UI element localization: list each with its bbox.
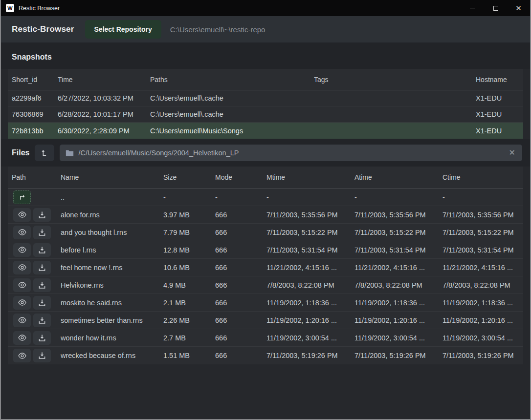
files-title: Files [12, 148, 29, 157]
eye-icon [18, 316, 27, 324]
close-icon: ✕ [515, 4, 522, 12]
app-header: Restic-Browser Select Repository C:\User… [1, 16, 530, 42]
title-bar: W Restic Browser ✕ [1, 0, 530, 16]
file-ctime: 11/21/2002, 4:15:16 ... [442, 264, 523, 272]
app-title: Restic-Browser [12, 24, 74, 34]
file-mtime: 7/11/2003, 5:35:56 PM [266, 211, 354, 219]
download-file-button[interactable] [33, 314, 51, 327]
file-row: alone for.rns 3.97 MB 666 7/11/2003, 5:3… [8, 206, 523, 224]
file-atime: 7/11/2003, 5:15:22 PM [354, 229, 442, 236]
preview-file-button[interactable] [13, 261, 31, 274]
download-file-button[interactable] [33, 349, 51, 362]
file-atime: 7/11/2003, 5:31:54 PM [354, 246, 442, 254]
column-header-tags: Tags [314, 76, 476, 84]
column-header-hostname: Hostname [476, 76, 523, 84]
file-size: - [163, 193, 215, 201]
file-size: 4.9 MB [163, 281, 215, 289]
column-header-paths: Paths [150, 76, 314, 84]
file-row: feel home now !.rns 10.6 MB 666 11/21/20… [8, 259, 523, 276]
eye-icon [18, 281, 27, 289]
file-mode: 666 [215, 316, 266, 324]
file-name: wrecked because of.rns [61, 352, 163, 359]
window-controls: ✕ [461, 0, 530, 16]
file-name: .. [61, 193, 163, 201]
file-ctime: 11/19/2002, 3:00:54 ... [442, 334, 523, 342]
preview-file-button[interactable] [13, 243, 31, 257]
download-icon [38, 352, 46, 359]
download-file-button[interactable] [33, 243, 51, 257]
file-row: before l.rns 12.8 MB 666 7/11/2003, 5:31… [8, 241, 523, 259]
preview-file-button[interactable] [13, 278, 31, 292]
file-row: Helvikone.rns 4.9 MB 666 7/8/2003, 8:22:… [8, 276, 523, 294]
preview-file-button[interactable] [13, 314, 31, 327]
snapshot-row[interactable]: 76306869 6/28/2022, 10:01:17 PM C:\Users… [8, 106, 523, 123]
column-header-name: Name [61, 173, 163, 181]
file-mode: 666 [215, 281, 266, 289]
file-mode: 666 [215, 229, 266, 236]
file-size: 2.1 MB [163, 299, 215, 307]
download-icon [38, 334, 46, 342]
preview-file-button[interactable] [13, 331, 31, 345]
current-path-input[interactable]: /C/Users/emuell/Music/Songs/2004_Helveti… [60, 145, 522, 161]
column-header-short-id: Short_id [12, 76, 58, 84]
download-icon [38, 264, 46, 272]
snapshot-short-id: a2299af6 [12, 94, 58, 102]
file-mode: 666 [215, 211, 266, 219]
file-name: sometimes better than.rns [61, 316, 163, 324]
download-file-button[interactable] [33, 278, 51, 292]
close-button[interactable]: ✕ [507, 0, 530, 16]
eye-icon [18, 229, 27, 236]
snapshot-time: 6/30/2022, 2:28:09 PM [58, 127, 150, 135]
download-file-button[interactable] [33, 226, 51, 239]
go-to-parent-button[interactable] [35, 145, 54, 161]
preview-file-button[interactable] [13, 226, 31, 239]
file-ctime: 11/19/2002, 1:18:36 ... [442, 299, 523, 307]
download-icon [38, 281, 46, 289]
file-size: 12.8 MB [163, 246, 215, 254]
minimize-button[interactable] [461, 0, 484, 16]
snapshots-table-header: Short_id Time Paths Tags Hostname [8, 69, 523, 90]
file-name: Helvikone.rns [61, 281, 163, 289]
download-icon [38, 299, 46, 307]
preview-file-button[interactable] [13, 349, 31, 362]
download-file-button[interactable] [33, 331, 51, 345]
file-ctime: 7/11/2003, 5:19:26 PM [442, 352, 523, 359]
download-icon [38, 211, 46, 219]
column-header-size: Size [163, 173, 215, 181]
file-mode: - [215, 193, 266, 201]
column-header-mode: Mode [215, 173, 266, 181]
snapshot-paths: C:\Users\emuell\.cache [150, 110, 314, 118]
file-mtime: 11/19/2002, 3:00:54 ... [266, 334, 354, 342]
column-header-ctime: Ctime [442, 173, 523, 181]
snapshot-row[interactable]: 72b813bb 6/30/2022, 2:28:09 PM C:\Users\… [8, 123, 523, 139]
file-name: and you thought l.rns [61, 229, 163, 236]
parent-directory-row[interactable]: .. - - - - - [8, 189, 523, 206]
select-repository-button[interactable]: Select Repository [85, 20, 161, 39]
snapshot-time: 6/28/2022, 10:01:17 PM [58, 110, 150, 118]
column-header-atime: Atime [354, 173, 442, 181]
current-path-value: /C/Users/emuell/Music/Songs/2004_Helveti… [78, 149, 502, 157]
file-atime: 7/11/2003, 5:19:26 PM [354, 352, 442, 359]
file-mode: 666 [215, 264, 266, 272]
clear-path-button[interactable]: ✕ [507, 149, 517, 157]
file-row: moskito he said.rns 2.1 MB 666 11/19/200… [8, 294, 523, 312]
maximize-icon [493, 6, 498, 11]
download-file-button[interactable] [33, 296, 51, 310]
snapshot-row[interactable]: a2299af6 6/27/2022, 10:03:32 PM C:\Users… [8, 90, 523, 106]
folder-icon [66, 149, 74, 156]
snapshot-short-id: 76306869 [12, 110, 58, 118]
preview-file-button[interactable] [13, 296, 31, 310]
file-size: 1.51 MB [163, 352, 215, 359]
file-atime: 11/19/2002, 3:00:54 ... [354, 334, 442, 342]
eye-icon [18, 246, 27, 253]
file-row: and you thought l.rns 7.79 MB 666 7/11/2… [8, 224, 523, 241]
file-row: sometimes better than.rns 2.26 MB 666 11… [8, 312, 523, 329]
snapshot-hostname: X1-EDU [476, 110, 523, 118]
maximize-button[interactable] [484, 0, 507, 16]
file-ctime: 7/8/2003, 8:22:08 PM [442, 281, 523, 289]
download-file-button[interactable] [33, 261, 51, 274]
preview-file-button[interactable] [13, 208, 31, 222]
eye-icon [18, 352, 27, 359]
navigate-up-button[interactable] [13, 190, 31, 204]
download-file-button[interactable] [33, 208, 51, 222]
